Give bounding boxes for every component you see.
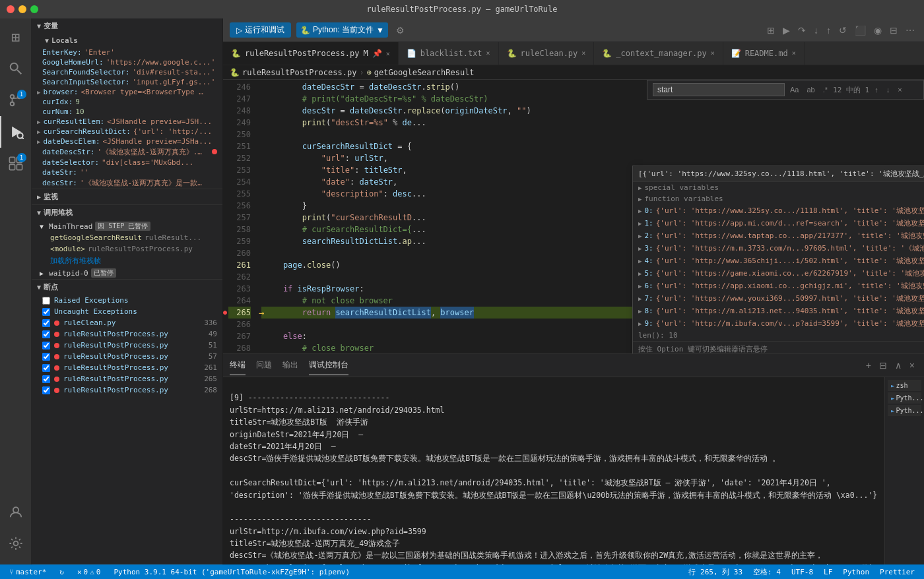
tooltip-item-7[interactable]: ▶ 7: {'url': 'https://www.youxi369...509… <box>633 292 924 305</box>
locals-header[interactable]: ▼ Locals <box>32 34 222 47</box>
panel-tab-output[interactable]: 输出 <box>282 355 298 375</box>
debug-toolbar-expand[interactable]: ⊞ <box>764 22 777 38</box>
tab-blacklist[interactable]: 📄 blacklist.txt × <box>399 42 499 65</box>
bp-rrpp-261[interactable]: ruleResultPostProcess.py 261 <box>32 362 222 373</box>
bp-rrpp-51-check[interactable] <box>42 342 50 350</box>
tab-readme[interactable]: 📝 README.md × <box>723 42 805 65</box>
bp-rrpp-265[interactable]: ruleResultPostProcess.py 265 <box>32 373 222 384</box>
search-whole-word[interactable]: ab <box>804 84 817 95</box>
status-encoding[interactable]: UTF-8 <box>789 567 816 577</box>
debug-step-out-button[interactable]: ↑ <box>824 22 834 38</box>
python-config-button[interactable]: 🐍 Python: 当前文件 ▼ <box>296 22 388 38</box>
status-branch[interactable]: ⑂ master* <box>7 568 49 576</box>
debug-split-editor[interactable]: ⊟ <box>887 22 900 38</box>
var-cursearchresultdict[interactable]: ▶ curSearchResultDict: {'url': 'http:/..… <box>32 127 222 137</box>
var-datedescelement[interactable]: ▶ dateDescElem: <JSHandle preview=JSHa..… <box>32 137 222 146</box>
status-prettier[interactable]: Prettier <box>877 567 917 577</box>
terminal-pyth-1[interactable]: ► Pyth... <box>888 392 921 404</box>
tab-ruleclean[interactable]: 🐍 ruleClean.py × <box>499 42 595 65</box>
search-next[interactable]: ↓ <box>884 84 893 95</box>
frame-module[interactable]: <module> ruleResultPostProcess.py <box>32 243 222 255</box>
callstack-header[interactable]: ▼ 调用堆栈 <box>32 205 222 220</box>
status-language[interactable]: Python <box>840 567 872 577</box>
panel-maximize[interactable]: ∧ <box>892 359 904 372</box>
breadcrumb-file[interactable]: ruleResultPostProcess.py <box>242 68 356 77</box>
status-errors[interactable]: ✕ 0 ⚠ 0 <box>75 568 104 576</box>
tooltip-item-5[interactable]: ▶ 5: {'url': 'https://game.xiaomi.co...e… <box>633 267 924 280</box>
panel-tab-terminal[interactable]: 终端 <box>230 355 246 375</box>
tab-context-manager[interactable]: 🐍 _context_manager.py × <box>594 42 723 65</box>
debug-restart-button[interactable]: ↺ <box>836 22 849 38</box>
debug-breakpoints-button[interactable]: ◉ <box>871 22 884 38</box>
panel-tab-problems[interactable]: 问题 <box>256 355 272 375</box>
debug-continue-button[interactable]: ▶ <box>780 22 793 38</box>
panel-close[interactable]: × <box>907 359 917 372</box>
main-thread[interactable]: ▼ MainThread 因 STEP 已暂停 <box>32 220 222 232</box>
load-all-frames[interactable]: 加载所有堆栈帧 <box>32 255 222 267</box>
close-button[interactable] <box>7 5 15 13</box>
status-python-env[interactable]: Python 3.9.1 64-bit ('gameUrlToRule-xkFZ… <box>111 568 352 576</box>
debug-icon[interactable] <box>0 116 32 148</box>
panel-new-terminal[interactable]: + <box>863 359 874 372</box>
tooltip-item-1[interactable]: ▶ 1: {'url': 'https://app.mi.com/d...ref… <box>633 217 924 229</box>
run-debug-button[interactable]: ▷ 运行和调试 <box>230 22 291 38</box>
source-control-icon[interactable]: 1 <box>0 84 32 116</box>
debug-more[interactable]: ⋯ <box>903 22 917 38</box>
tab-close-blacklist[interactable]: × <box>486 49 490 57</box>
tooltip-item-9[interactable]: ▶ 9: {'url': 'http://m.ibufa.com/v...p?a… <box>633 317 924 330</box>
search-case-sensitive[interactable]: Aa <box>787 84 801 95</box>
status-spaces[interactable]: 空格: 4 <box>750 567 783 577</box>
settings-icon[interactable] <box>0 528 32 559</box>
search-icon[interactable] <box>0 53 32 84</box>
var-curresultelem[interactable]: ▶ curResultElem: <JSHandle preview=JSH..… <box>32 117 222 127</box>
debug-stop-button[interactable]: ⬛ <box>852 22 869 38</box>
settings-gear-button[interactable]: ⚙ <box>393 22 407 38</box>
tooltip-item-0[interactable]: ▶ 0: {'url': 'https://www.325sy.co.../11… <box>633 204 924 217</box>
tooltip-special-variables[interactable]: ▶ special variables <box>633 182 924 193</box>
bp-rrpp-57-check[interactable] <box>42 353 50 361</box>
bp-rrpp-51[interactable]: ruleResultPostProcess.py 51 <box>32 340 222 351</box>
tooltip-item-4[interactable]: ▶ 4: {'url': 'http://www.365chiji....i/5… <box>633 255 924 267</box>
tooltip-item-6[interactable]: ▶ 6: {'url': 'https://app.xiaomi.co...gc… <box>633 280 924 292</box>
tooltip-item-8[interactable]: ▶ 8: {'url': 'https://m.ali213.net...940… <box>633 305 924 317</box>
search-prev[interactable]: ↑ <box>872 84 881 95</box>
tab-ruleresultpostprocess[interactable]: 🐍 ruleResultPostProcess.py M 📌 × <box>223 42 399 65</box>
tooltip-function-variables[interactable]: ▶ function variables <box>633 193 924 204</box>
panel-split[interactable]: ⊟ <box>876 359 890 372</box>
bp-rrpp-265-check[interactable] <box>42 375 50 383</box>
bp-rrpp-261-check[interactable] <box>42 364 50 372</box>
watch-header[interactable]: ▶ 监视 <box>32 189 222 204</box>
account-icon[interactable] <box>0 496 32 528</box>
bp-ruleclean-check[interactable] <box>42 319 50 327</box>
bp-rrpp-57[interactable]: ruleResultPostProcess.py 57 <box>32 351 222 362</box>
search-regex[interactable]: .* <box>820 84 830 95</box>
minimize-button[interactable] <box>18 5 26 13</box>
waitpid-thread[interactable]: ▶ waitpid-0 已暂停 <box>32 267 222 279</box>
maximize-button[interactable] <box>30 5 38 13</box>
debug-step-over-button[interactable]: ↷ <box>795 22 808 38</box>
tab-close-ruleclean[interactable]: × <box>581 49 585 57</box>
extensions-icon[interactable]: 1 <box>0 148 32 179</box>
bp-raised-exceptions[interactable]: Raised Exceptions <box>32 295 222 306</box>
bp-rrpp-268-check[interactable] <box>42 386 50 394</box>
breadcrumb-symbol[interactable]: getGoogleSearchResult <box>374 68 475 77</box>
search-close[interactable]: × <box>895 84 904 95</box>
bp-rrpp-268[interactable]: ruleResultPostProcess.py 268 <box>32 384 222 396</box>
tooltip-item-2[interactable]: ▶ 2: {'url': 'https://www.taptap.co...ap… <box>633 229 924 242</box>
debug-step-into-button[interactable]: ↓ <box>811 22 821 38</box>
terminal-zsh[interactable]: ► zsh <box>888 380 921 391</box>
tooltip-item-3[interactable]: ▶ 3: {'url': 'https://m.m.3733.com/n...9… <box>633 242 924 255</box>
tab-close-ruleresultpostprocess[interactable]: × <box>386 50 390 57</box>
frame-getgooglesearchresult[interactable]: getGoogleSearchResult ruleResult... <box>32 232 222 243</box>
status-line-col[interactable]: 行 265, 列 33 <box>686 567 745 577</box>
search-input[interactable] <box>653 83 785 96</box>
panel-tab-debug-console[interactable]: 调试控制台 <box>309 355 348 375</box>
bp-raised-exceptions-check[interactable] <box>42 297 50 305</box>
bp-ruleclean[interactable]: ruleClean.py 336 <box>32 317 222 328</box>
bp-uncaught-exceptions[interactable]: Uncaught Exceptions <box>32 306 222 317</box>
variables-header[interactable]: ▼ 变量 <box>32 18 222 34</box>
status-line-ending[interactable]: LF <box>821 567 835 577</box>
tab-close-context-manager[interactable]: × <box>711 49 715 57</box>
status-sync[interactable]: ↻ <box>57 568 67 576</box>
bp-uncaught-exceptions-check[interactable] <box>42 308 50 316</box>
